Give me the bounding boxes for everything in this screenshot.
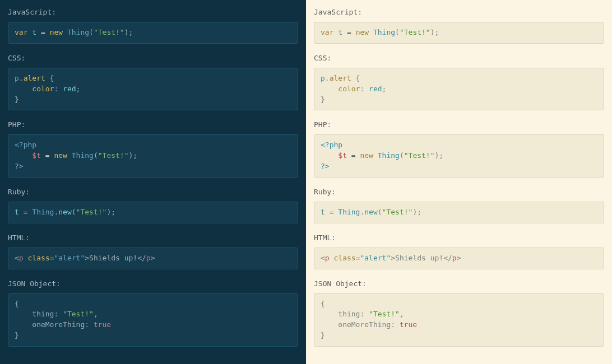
val-red: red: [63, 85, 76, 93]
sel-p: p: [15, 74, 19, 82]
css-code: p.alert { color: red; }: [8, 68, 298, 111]
sel-alert: .alert: [19, 74, 45, 82]
json-label-light: JSON Object:: [314, 279, 604, 288]
php-label-light: PHP:: [314, 120, 604, 129]
bool-true: true: [94, 320, 111, 329]
php-label: PHP:: [8, 120, 298, 129]
javascript-label: JavaScript:: [8, 8, 298, 16]
php-code: <?php $t = new Thing("Test!"); ?>: [8, 134, 298, 178]
css-label: CSS:: [8, 54, 298, 62]
json-code-light: { thing: "Test!", oneMoreThing: true }: [314, 293, 604, 347]
php-open: <?php: [15, 141, 36, 149]
kw-var: var: [15, 28, 27, 36]
ruby-label-light: Ruby:: [314, 188, 604, 196]
class-thing: Thing: [67, 28, 89, 36]
val-alert: "alert": [54, 254, 85, 262]
dark-theme-panel: JavaScript: var t = new Thing("Test!"); …: [0, 0, 306, 364]
tag-p: p: [19, 254, 24, 262]
prop-color: color: [32, 85, 54, 93]
prop-thing: thing: [32, 310, 54, 318]
json-label: JSON Object:: [8, 279, 298, 288]
php-code-light: <?php $t = new Thing("Test!"); ?>: [314, 134, 604, 178]
str-test: "Test!": [94, 28, 124, 36]
var-t: t: [32, 28, 36, 36]
ruby-code: t = Thing.new("Test!");: [8, 202, 298, 223]
text-shields: Shields up!: [89, 254, 137, 262]
javascript-code: var t = new Thing("Test!");: [8, 22, 298, 44]
attr-class: class: [27, 254, 49, 262]
css-code-light: p.alert { color: red; }: [314, 68, 604, 111]
html-label: HTML:: [8, 234, 298, 242]
light-theme-panel: JavaScript: var t = new Thing("Test!"); …: [306, 0, 612, 364]
html-code-light: <p class="alert">Shields up!</p>: [314, 248, 604, 269]
json-code: { thing: "Test!", oneMoreThing: true }: [8, 293, 298, 347]
method-new: new: [58, 208, 71, 216]
javascript-label-light: JavaScript:: [314, 8, 604, 16]
javascript-code-light: var t = new Thing("Test!");: [314, 22, 604, 44]
html-label-light: HTML:: [314, 234, 604, 242]
ruby-label: Ruby:: [8, 188, 298, 196]
php-close: ?>: [15, 162, 24, 170]
kw-new: new: [50, 28, 63, 36]
php-var: $t: [32, 151, 41, 160]
html-code: <p class="alert">Shields up!</p>: [8, 248, 298, 269]
css-label-light: CSS:: [314, 54, 604, 62]
ruby-code-light: t = Thing.new("Test!");: [314, 202, 604, 223]
prop-onemore: oneMoreThing: [32, 320, 85, 329]
